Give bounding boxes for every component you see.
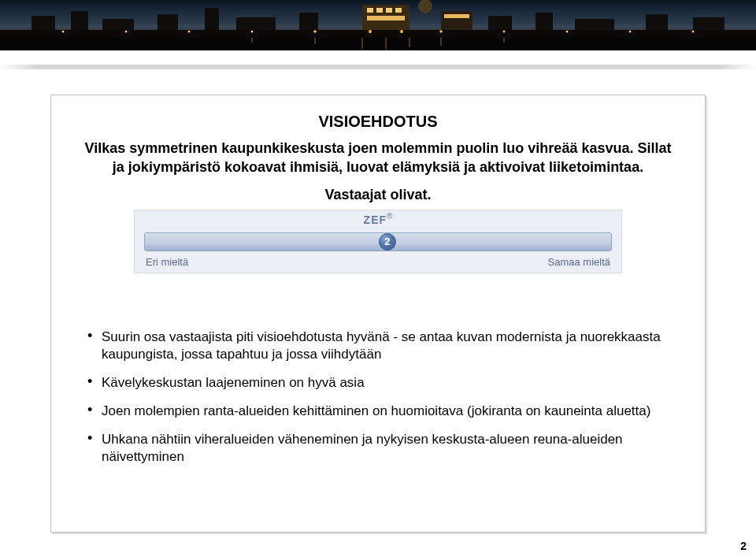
svg-point-27 <box>369 30 372 33</box>
svg-rect-1 <box>32 16 55 30</box>
svg-rect-34 <box>0 38 756 50</box>
svg-point-14 <box>418 0 432 13</box>
svg-rect-7 <box>299 13 318 30</box>
svg-point-22 <box>62 31 65 33</box>
svg-point-32 <box>629 31 632 33</box>
panel-subtitle: Vilkas symmetrinen kaupunkikeskusta joen… <box>81 139 675 177</box>
zef-brand-text: ZEF <box>364 214 387 226</box>
svg-rect-13 <box>367 16 405 20</box>
bullet-list: Suurin osa vastaajista piti visioehdotus… <box>81 329 675 466</box>
zef-label-right: Samaa mieltä <box>548 256 610 268</box>
zef-brand: ZEF® <box>135 210 621 228</box>
list-item: Joen molempien ranta-alueiden kehittämin… <box>84 403 675 420</box>
svg-point-25 <box>251 31 254 33</box>
svg-rect-16 <box>444 14 469 18</box>
svg-rect-10 <box>376 8 383 13</box>
page-number: 2 <box>740 540 747 552</box>
svg-point-31 <box>566 31 569 33</box>
content-panel: VISIOEHDOTUS Vilkas symmetrinen kaupunki… <box>50 95 706 533</box>
svg-rect-0 <box>0 30 756 38</box>
svg-point-28 <box>400 30 403 33</box>
panel-title: VISIOEHDOTUS <box>81 113 675 131</box>
list-item: Uhkana nähtiin viheralueiden väheneminen… <box>84 431 675 466</box>
panel-subheading: Vastaajat olivat. <box>81 187 675 203</box>
list-item: Suurin osa vastaajista piti visioehdotus… <box>84 329 675 363</box>
svg-rect-15 <box>441 11 472 30</box>
slide-page: VISIOEHDOTUS Vilkas symmetrinen kaupunki… <box>0 0 756 557</box>
svg-rect-9 <box>367 8 373 13</box>
zef-brand-sup: ® <box>387 212 392 221</box>
zef-track-container: 2 <box>135 228 621 253</box>
svg-rect-11 <box>386 8 392 13</box>
zef-slider-track: 2 <box>144 232 612 251</box>
svg-rect-4 <box>158 14 178 30</box>
zef-label-left: Eri mieltä <box>146 256 188 268</box>
divider-line <box>0 65 756 69</box>
svg-rect-2 <box>71 11 88 30</box>
svg-rect-12 <box>395 8 402 13</box>
svg-point-24 <box>188 31 191 33</box>
svg-rect-5 <box>205 8 219 30</box>
svg-rect-19 <box>575 19 614 30</box>
svg-rect-20 <box>646 14 668 30</box>
header-banner-image <box>0 0 756 50</box>
svg-rect-3 <box>102 19 134 30</box>
list-item: Kävelykeskustan laajeneminen on hyvä asi… <box>84 374 675 392</box>
svg-rect-21 <box>693 17 724 30</box>
svg-point-23 <box>125 31 128 33</box>
svg-point-29 <box>439 30 443 33</box>
svg-point-26 <box>313 30 317 33</box>
svg-rect-18 <box>536 13 553 30</box>
zef-widget: ZEF® 2 Eri mieltä Samaa mieltä <box>134 210 622 273</box>
zef-scale-labels: Eri mieltä Samaa mieltä <box>135 253 621 268</box>
svg-rect-17 <box>488 16 512 30</box>
svg-point-33 <box>692 31 695 33</box>
svg-point-30 <box>503 31 506 33</box>
svg-rect-6 <box>236 17 276 30</box>
zef-slider-marker: 2 <box>379 233 396 251</box>
